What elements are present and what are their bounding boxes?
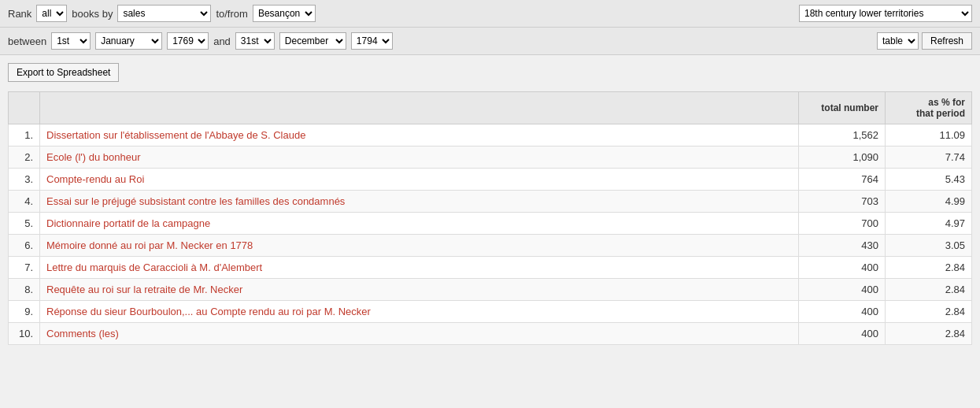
title-cell[interactable]: Essai sur le préjugé subsistant contre l… xyxy=(40,191,799,213)
export-button[interactable]: Export to Spreadsheet xyxy=(8,63,119,82)
table-row: 8. Requête au roi sur la retraite de Mr.… xyxy=(9,279,972,301)
territory-select[interactable]: 18th century lower territories 18th cent… xyxy=(799,5,972,22)
rank-cell: 6. xyxy=(9,235,40,257)
rank-cell: 5. xyxy=(9,213,40,235)
rank-label: Rank xyxy=(8,8,31,20)
percent-cell: 4.99 xyxy=(886,191,972,213)
title-cell[interactable]: Lettre du marquis de Caraccioli à M. d'A… xyxy=(40,257,799,279)
percent-cell: 2.84 xyxy=(886,279,972,301)
by-select[interactable]: sales number of titles number of copies xyxy=(117,5,211,22)
total-number-cell: 1,562 xyxy=(799,124,886,147)
month2-select[interactable]: JanuaryFebruaryMarchApril MayJuneJulyAug… xyxy=(279,32,346,50)
title-cell[interactable]: Dictionnaire portatif de la campagne xyxy=(40,213,799,235)
title-header xyxy=(40,92,799,124)
percent-cell: 4.97 xyxy=(886,213,972,235)
content-area: Export to Spreadsheet total number as % … xyxy=(0,55,980,353)
percent-cell: 11.09 xyxy=(886,124,972,147)
title-cell[interactable]: Requête au roi sur la retraite de Mr. Ne… xyxy=(40,279,799,301)
results-table: total number as % forthat period 1. Diss… xyxy=(8,91,972,345)
and-label: and xyxy=(213,35,231,47)
percent-cell: 7.74 xyxy=(886,147,972,169)
table-row: 10. Comments (les) 400 2.84 xyxy=(9,323,972,345)
year1-select[interactable]: 1769177017801790 xyxy=(167,32,209,50)
percent-cell: 2.84 xyxy=(886,301,972,323)
percent-cell: 3.05 xyxy=(886,235,972,257)
table-row: 1. Dissertation sur l'établissement de l… xyxy=(9,124,972,147)
total-number-cell: 430 xyxy=(799,235,886,257)
rank-cell: 1. xyxy=(9,124,40,147)
books-by-label: books by xyxy=(72,8,113,20)
rank-cell: 10. xyxy=(9,323,40,345)
title-cell[interactable]: Mémoire donné au roi par M. Necker en 17… xyxy=(40,235,799,257)
day1-select[interactable]: 1st2nd15th31st xyxy=(51,32,91,50)
top-bar: Rank all books by sales number of titles… xyxy=(0,0,980,28)
table-row: 3. Compte-rendu au Roi 764 5.43 xyxy=(9,169,972,191)
tofrom-label: to/from xyxy=(216,8,247,20)
total-number-cell: 400 xyxy=(799,257,886,279)
day2-select[interactable]: 31st30th28th xyxy=(235,32,275,50)
title-cell[interactable]: Dissertation sur l'établissement de l'Ab… xyxy=(40,124,799,147)
table-row: 2. Ecole (l') du bonheur 1,090 7.74 xyxy=(9,147,972,169)
rank-cell: 4. xyxy=(9,191,40,213)
total-number-cell: 764 xyxy=(799,169,886,191)
total-number-cell: 700 xyxy=(799,213,886,235)
rank-header xyxy=(9,92,40,124)
total-number-cell: 1,090 xyxy=(799,147,886,169)
month1-select[interactable]: JanuaryFebruaryMarchApril MayJuneJulyAug… xyxy=(95,32,162,50)
between-label: between xyxy=(8,35,46,47)
location-select[interactable]: Besançon Paris Lyon xyxy=(253,5,316,22)
table-row: 6. Mémoire donné au roi par M. Necker en… xyxy=(9,235,972,257)
refresh-button[interactable]: Refresh xyxy=(922,32,972,50)
table-row: 7. Lettre du marquis de Caraccioli à M. … xyxy=(9,257,972,279)
year2-select[interactable]: 1794179017801769 xyxy=(351,32,393,50)
total-number-cell: 400 xyxy=(799,301,886,323)
second-bar: between 1st2nd15th31st JanuaryFebruaryMa… xyxy=(0,28,980,55)
rank-cell: 2. xyxy=(9,147,40,169)
total-number-cell: 703 xyxy=(799,191,886,213)
title-cell[interactable]: Réponse du sieur Bourboulon,... au Compt… xyxy=(40,301,799,323)
title-cell[interactable]: Comments (les) xyxy=(40,323,799,345)
percent-header: as % forthat period xyxy=(886,92,972,124)
rank-cell: 9. xyxy=(9,301,40,323)
rank-cell: 8. xyxy=(9,279,40,301)
view-select[interactable]: table chart xyxy=(877,32,919,50)
percent-cell: 2.84 xyxy=(886,323,972,345)
title-cell[interactable]: Ecole (l') du bonheur xyxy=(40,147,799,169)
total-number-header: total number xyxy=(799,92,886,124)
percent-cell: 2.84 xyxy=(886,257,972,279)
table-row: 5. Dictionnaire portatif de la campagne … xyxy=(9,213,972,235)
all-select[interactable]: all xyxy=(36,5,67,22)
total-number-cell: 400 xyxy=(799,279,886,301)
rank-cell: 3. xyxy=(9,169,40,191)
table-row: 4. Essai sur le préjugé subsistant contr… xyxy=(9,191,972,213)
total-number-cell: 400 xyxy=(799,323,886,345)
percent-cell: 5.43 xyxy=(886,169,972,191)
table-row: 9. Réponse du sieur Bourboulon,... au Co… xyxy=(9,301,972,323)
title-cell[interactable]: Compte-rendu au Roi xyxy=(40,169,799,191)
rank-cell: 7. xyxy=(9,257,40,279)
